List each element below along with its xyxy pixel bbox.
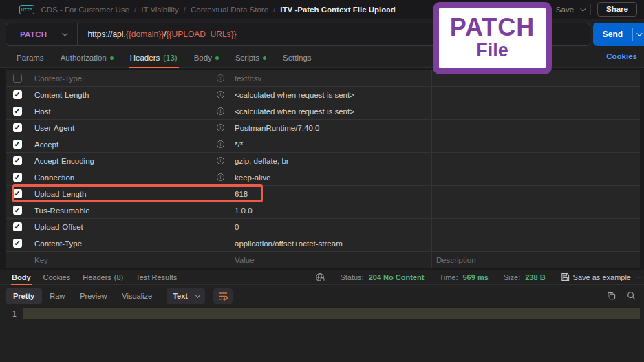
header-key[interactable]: Connection	[34, 173, 217, 182]
wrap-lines-button[interactable]	[213, 288, 233, 304]
header-key[interactable]: Accept-Encoding	[34, 157, 217, 165]
header-row[interactable]: Upload-Length 618	[6, 186, 640, 202]
row-checkbox[interactable]	[13, 239, 22, 248]
header-value[interactable]: text/csv	[230, 70, 432, 86]
row-checkbox[interactable]	[13, 206, 22, 215]
tab-scripts[interactable]: Scripts	[227, 48, 275, 67]
header-key[interactable]: Content-Type	[34, 74, 217, 83]
header-row[interactable]: Host i <calculated when request is sent>	[6, 103, 640, 120]
more-options-icon[interactable]: ⋯	[636, 273, 643, 281]
header-description[interactable]	[432, 87, 640, 103]
header-value[interactable]: */*	[230, 136, 432, 152]
header-key[interactable]: Host	[34, 107, 217, 116]
send-button[interactable]: Send	[593, 23, 644, 46]
header-value[interactable]: 1.0.0	[230, 202, 432, 218]
response-tab-cookies[interactable]: Cookies	[37, 270, 77, 284]
search-icon[interactable]	[627, 291, 636, 300]
header-description[interactable]	[432, 103, 640, 119]
row-checkbox[interactable]	[13, 90, 22, 99]
header-value[interactable]: gzip, deflate, br	[230, 153, 432, 169]
header-value[interactable]: PostmanRuntime/7.40.0	[230, 120, 432, 136]
header-key[interactable]: User-Agent	[34, 124, 217, 132]
header-key[interactable]: Upload-Length	[34, 190, 224, 198]
header-value[interactable]: <calculated when request is sent>	[230, 87, 432, 103]
header-value[interactable]: Value	[230, 252, 432, 268]
row-checkbox[interactable]	[13, 189, 22, 198]
tab-authorization[interactable]: Authorization	[52, 48, 122, 67]
header-description[interactable]	[432, 169, 640, 185]
new-header-placeholder-row[interactable]: Key Value Description	[6, 252, 640, 268]
code-line[interactable]: 1	[0, 308, 644, 319]
row-checkbox[interactable]	[13, 140, 22, 149]
header-key[interactable]: Key	[34, 256, 224, 264]
view-tab-raw[interactable]: Raw	[42, 288, 72, 304]
tab-params[interactable]: Params	[8, 48, 52, 67]
header-description[interactable]: Description	[432, 252, 640, 268]
header-value[interactable]: keep-alive	[230, 169, 432, 185]
header-key[interactable]: Tus-Resumable	[34, 206, 224, 215]
header-value[interactable]: application/offset+octet-stream	[230, 235, 432, 251]
header-description[interactable]	[432, 202, 640, 218]
header-row[interactable]: Accept i */*	[6, 136, 640, 153]
breadcrumb-folder[interactable]: Contextual Data Store	[191, 6, 268, 14]
tab-label: Headers	[130, 54, 160, 62]
row-checkbox[interactable]	[13, 74, 22, 83]
header-key[interactable]: Accept	[34, 140, 217, 149]
status-value: 204 No Content	[369, 273, 425, 281]
view-tab-pretty[interactable]: Pretty	[6, 288, 42, 304]
response-tab-test-results[interactable]: Test Results	[129, 270, 183, 284]
save-options-chevron-icon[interactable]	[580, 6, 586, 11]
header-row[interactable]: Upload-Offset 0	[6, 219, 640, 235]
headers-count: (13)	[163, 54, 177, 62]
copy-icon[interactable]	[607, 291, 616, 300]
method-label: PATCH	[20, 30, 47, 39]
row-checkbox[interactable]	[13, 173, 22, 182]
tab-headers[interactable]: Headers (13)	[122, 48, 186, 67]
row-checkbox[interactable]	[13, 107, 22, 116]
header-description[interactable]	[432, 153, 640, 169]
breadcrumb-collection[interactable]: IT Visibility	[141, 6, 179, 14]
format-dropdown[interactable]: Text	[167, 288, 205, 304]
header-description[interactable]	[432, 136, 640, 152]
save-as-example-button[interactable]: Save as example	[561, 273, 631, 281]
header-key[interactable]: Content-Length	[34, 91, 217, 99]
tab-settings[interactable]: Settings	[275, 48, 320, 67]
header-row[interactable]: Accept-Encoding i gzip, deflate, br	[6, 153, 640, 169]
header-description[interactable]	[432, 120, 640, 136]
header-key[interactable]: Content-Type	[34, 239, 224, 248]
header-value[interactable]: <calculated when request is sent>	[230, 103, 432, 119]
header-row[interactable]: Content-Type application/offset+octet-st…	[6, 235, 640, 252]
breadcrumb-request-name[interactable]: ITV -Patch Context File Upload	[280, 6, 395, 14]
row-checkbox[interactable]	[13, 123, 22, 132]
header-row[interactable]: Connection i keep-alive	[6, 169, 640, 186]
row-checkbox[interactable]	[13, 156, 22, 165]
network-globe-icon[interactable]	[315, 273, 325, 282]
breadcrumb-separator: /	[134, 6, 136, 14]
response-tab-headers[interactable]: Headers (8)	[76, 270, 129, 284]
url-input[interactable]: https://api.{{domain}}/{{UPLOAD_URLs}}	[78, 30, 236, 39]
header-row[interactable]: Content-Length i <calculated when reques…	[6, 87, 640, 103]
send-options-chevron-icon[interactable]	[633, 32, 644, 36]
header-row[interactable]: User-Agent i PostmanRuntime/7.40.0	[6, 120, 640, 136]
line-number: 1	[0, 310, 23, 319]
header-value[interactable]: 0	[230, 219, 432, 235]
view-tab-preview[interactable]: Preview	[72, 288, 114, 304]
response-tab-body[interactable]: Body	[6, 270, 37, 284]
header-description[interactable]	[432, 219, 640, 235]
info-icon: i	[217, 140, 224, 148]
tab-body[interactable]: Body	[186, 48, 227, 67]
view-tab-visualize[interactable]: Visualize	[114, 288, 160, 304]
header-description[interactable]	[432, 235, 640, 251]
header-description[interactable]	[432, 186, 640, 202]
header-key[interactable]: Upload-Offset	[34, 223, 224, 231]
response-body-editor[interactable]: 1	[0, 306, 644, 362]
save-as-example-label: Save as example	[573, 273, 631, 281]
breadcrumb-workspace[interactable]: CDS - For Customer Use	[41, 6, 129, 14]
selected-empty-line[interactable]	[23, 308, 640, 319]
row-checkbox[interactable]	[13, 222, 22, 231]
header-value[interactable]: 618	[230, 186, 432, 202]
method-selector[interactable]: PATCH	[6, 30, 77, 39]
cookies-link[interactable]: Cookies	[606, 52, 637, 61]
header-row[interactable]: Tus-Resumable 1.0.0	[6, 202, 640, 219]
share-button[interactable]: Share	[597, 2, 637, 17]
